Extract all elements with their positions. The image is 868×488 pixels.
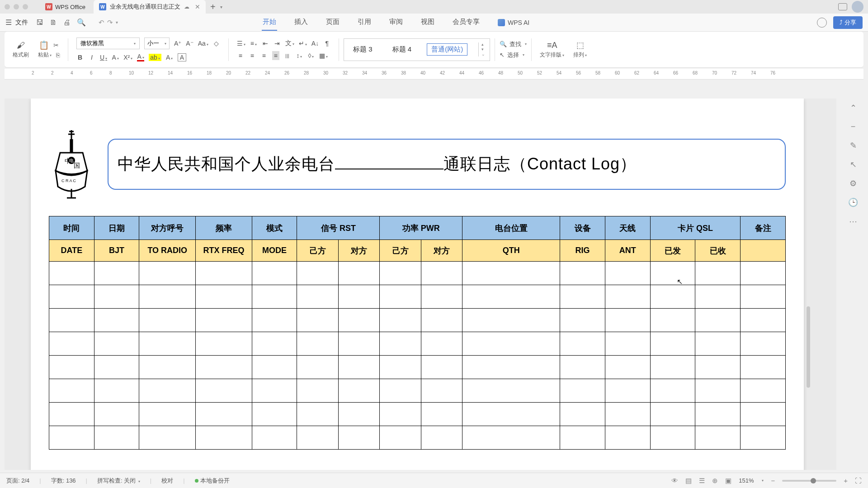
arrange-label[interactable]: 排列▾	[573, 51, 587, 59]
table-row[interactable]	[49, 309, 786, 332]
th2-rcvd[interactable]: 已收	[695, 240, 741, 262]
outline-view-icon[interactable]: ☰	[699, 477, 705, 485]
underline-button[interactable]: U▾	[100, 54, 107, 61]
more-tools-icon[interactable]: ⋯	[849, 216, 857, 226]
tab-document[interactable]: W 业余无线电台通联日志正文 ☁ ✕	[94, 0, 206, 14]
th-mode[interactable]: 模式	[252, 216, 297, 240]
status-words[interactable]: 字数: 136	[51, 477, 76, 485]
style-gallery[interactable]: 标题 3 标题 4 普通(网站) ▴ ▾ ⌄	[344, 38, 490, 61]
decrease-indent-icon[interactable]: ⇤	[262, 40, 269, 47]
status-backup[interactable]: 本地备份开	[195, 477, 230, 485]
th-rst[interactable]: 信号 RST	[297, 216, 380, 240]
italic-button[interactable]: I	[88, 54, 95, 61]
th-date[interactable]: 日期	[94, 216, 139, 240]
cut-icon[interactable]: ✂	[53, 42, 59, 49]
file-menu[interactable]: 文件	[15, 19, 28, 27]
th2-rtxfreq[interactable]: RTX FREQ	[196, 240, 252, 262]
eye-view-icon[interactable]: 👁	[671, 477, 678, 484]
th-rig[interactable]: 设备	[560, 216, 605, 240]
menutab-reference[interactable]: 引用	[357, 14, 372, 31]
paste-label[interactable]: 粘贴▾	[38, 51, 52, 59]
close-tab-icon[interactable]: ✕	[195, 3, 200, 10]
strikethrough-button[interactable]: A▾	[112, 54, 119, 61]
print-icon[interactable]: 🖨	[63, 19, 71, 27]
table-row[interactable]	[49, 426, 786, 450]
number-list-icon[interactable]: ≡▾	[250, 40, 257, 47]
select-button[interactable]: ↖选择▾	[500, 51, 527, 59]
focus-view-icon[interactable]: ▣	[725, 477, 731, 485]
wps-ai-button[interactable]: WPS AI	[498, 19, 529, 26]
th2-qth[interactable]: QTH	[462, 240, 560, 262]
window-mode-icon[interactable]	[838, 3, 847, 10]
status-proof[interactable]: 校对	[161, 477, 173, 485]
zoom-in-icon[interactable]: +	[844, 477, 848, 484]
text-direction-icon[interactable]: 文▾	[285, 39, 294, 47]
th2-sent[interactable]: 已发	[650, 240, 695, 262]
increase-font-icon[interactable]: A⁺	[174, 40, 181, 47]
th2-remark[interactable]	[741, 240, 786, 262]
shading-icon[interactable]: ◊▾	[307, 52, 315, 59]
show-marks-icon[interactable]: ¶	[323, 40, 330, 47]
text-layout-icon[interactable]: ≡A	[547, 41, 557, 50]
th2-pwr-self[interactable]: 己方	[380, 240, 421, 262]
style-heading3[interactable]: 标题 3	[349, 43, 377, 56]
bold-button[interactable]: B	[76, 54, 84, 61]
th2-mode[interactable]: MODE	[252, 240, 297, 262]
menutab-review[interactable]: 审阅	[388, 14, 404, 31]
zoom-value[interactable]: 151%	[739, 477, 754, 484]
web-view-icon[interactable]: ⊕	[712, 477, 718, 485]
user-avatar[interactable]	[852, 1, 863, 13]
th2-bjt[interactable]: BJT	[94, 240, 139, 262]
th-callsign[interactable]: 对方呼号	[139, 216, 196, 240]
style-down-icon[interactable]: ▾	[481, 47, 485, 52]
sort-icon[interactable]: A↓	[311, 40, 319, 47]
fullscreen-icon[interactable]: ⛶	[855, 477, 862, 484]
font-color-button[interactable]: A▾	[137, 53, 144, 61]
th-ant[interactable]: 天线	[605, 216, 650, 240]
increase-indent-icon[interactable]: ⇥	[274, 40, 281, 47]
minus-tool-icon[interactable]: −	[851, 122, 856, 131]
clear-format-icon[interactable]: ◇	[213, 40, 220, 47]
th-remark[interactable]: 备注	[741, 216, 786, 240]
font-family-select[interactable]: 微软雅黑▾	[76, 38, 140, 49]
th-qsl[interactable]: 卡片 QSL	[650, 216, 740, 240]
arrange-icon[interactable]: ⬚	[576, 40, 584, 50]
align-center-icon[interactable]: ≡	[249, 52, 256, 59]
th-freq[interactable]: 频率	[196, 216, 252, 240]
document-viewport[interactable]: 中 国 电 C R A C 中华人民共和国个人业余电台通联日志（Contact …	[5, 99, 836, 470]
font-size-select[interactable]: 小一▾	[144, 38, 170, 49]
table-row[interactable]	[49, 332, 786, 356]
font-effect-button[interactable]: A▾	[166, 54, 173, 61]
table-row[interactable]	[49, 262, 786, 285]
th-pwr[interactable]: 功率 PWR	[380, 216, 462, 240]
table-row[interactable]	[49, 356, 786, 379]
format-brush-icon[interactable]: 🖌	[17, 41, 25, 50]
tab-wps-home[interactable]: W WPS Office	[37, 0, 94, 14]
menu-hamburger-icon[interactable]: ☰	[5, 18, 12, 27]
highlight-button[interactable]: ab▾	[149, 54, 161, 61]
style-heading4[interactable]: 标题 4	[388, 43, 416, 56]
new-tab-button[interactable]: +	[206, 2, 220, 12]
paste-icon[interactable]: 📋	[39, 40, 49, 50]
change-case-icon[interactable]: Aa▾	[198, 40, 208, 47]
menutab-start[interactable]: 开始	[262, 14, 277, 31]
menutab-member[interactable]: 会员专享	[452, 14, 481, 31]
contact-log-table[interactable]: 时间 日期 对方呼号 频率 模式 信号 RST 功率 PWR 电台位置 设备 天…	[49, 216, 786, 450]
th2-toradio[interactable]: TO RADIO	[139, 240, 196, 262]
distribute-icon[interactable]: ⫼	[284, 52, 291, 59]
zoom-out-icon[interactable]: −	[771, 477, 775, 484]
align-right-icon[interactable]: ≡	[260, 52, 268, 59]
collapse-ribbon-icon[interactable]: ⌃	[850, 103, 857, 113]
decrease-font-icon[interactable]: A⁻	[186, 40, 193, 47]
pencil-tool-icon[interactable]: ✎	[850, 141, 857, 150]
th-qth[interactable]: 电台位置	[462, 216, 560, 240]
settings-tool-icon[interactable]: ⚙	[849, 178, 857, 188]
th2-rst-self[interactable]: 己方	[297, 240, 338, 262]
superscript-button[interactable]: X²▾	[123, 54, 132, 61]
th2-ant[interactable]: ANT	[605, 240, 650, 262]
zoom-slider[interactable]	[782, 480, 836, 482]
menutab-view[interactable]: 视图	[420, 14, 435, 31]
th-time[interactable]: 时间	[49, 216, 94, 240]
horizontal-ruler[interactable]: 2246810121416182022242628303234363840424…	[5, 69, 863, 80]
status-page[interactable]: 页面: 2/4	[6, 477, 29, 485]
